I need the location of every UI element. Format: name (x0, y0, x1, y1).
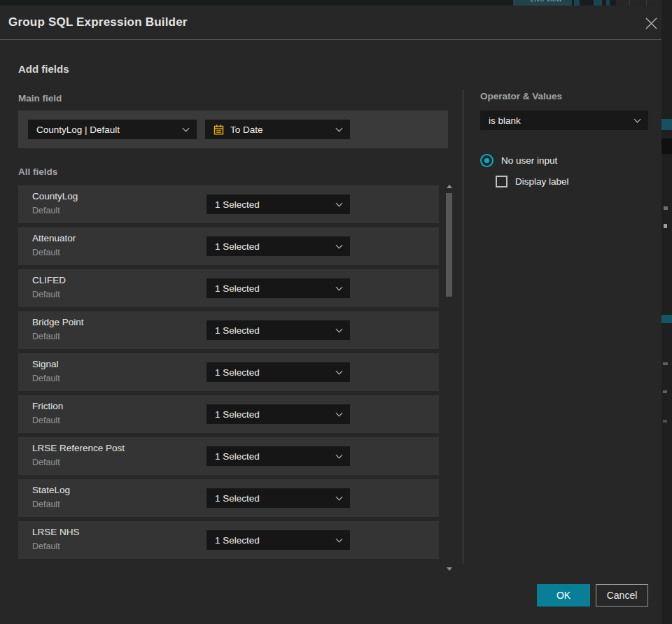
group-sql-expression-builder-dialog: Group SQL Expression Builder Add fields … (0, 6, 662, 624)
background-fragment (664, 206, 668, 210)
field-row-selected-dropdown[interactable]: 1 Selected (206, 362, 350, 382)
field-row-name: Friction (32, 401, 63, 411)
all-fields-label: All fields (18, 166, 57, 177)
background-fragment (663, 390, 667, 393)
scroll-down-arrow-icon[interactable] (447, 567, 452, 571)
cancel-button[interactable]: Cancel (596, 584, 648, 607)
field-row-name: Bridge Point (32, 317, 84, 327)
chevron-down-icon (336, 125, 343, 132)
field-row-selected-value: 1 Selected (215, 493, 260, 504)
chevron-down-icon (336, 325, 343, 332)
background-fragment (662, 315, 672, 323)
chevron-down-icon (336, 241, 343, 248)
display-label-checkbox[interactable]: Display label (496, 176, 569, 187)
chevron-down-icon (183, 125, 190, 132)
no-user-input-radio[interactable]: No user input (480, 154, 557, 167)
background-app-top-strip: Live view (0, 0, 672, 6)
dialog-title: Group SQL Expression Builder (8, 6, 188, 39)
ok-button[interactable]: OK (537, 584, 590, 607)
field-row-name: Attenuator (32, 233, 76, 243)
main-field-label: Main field (18, 93, 62, 104)
background-fragment (663, 420, 667, 423)
field-row-selected-dropdown[interactable]: 1 Selected (206, 320, 350, 340)
field-row-selected-value: 1 Selected (215, 283, 260, 294)
field-row: StateLog Default 1 Selected (18, 479, 439, 517)
field-row-name: CountyLog (32, 191, 78, 201)
field-row-selected-value: 1 Selected (215, 367, 260, 378)
field-row-selected-dropdown[interactable]: 1 Selected (206, 446, 350, 466)
close-button[interactable] (643, 15, 659, 31)
field-row: LRSE NHS Default 1 Selected (18, 521, 439, 559)
chevron-down-icon (336, 199, 343, 206)
background-fragment (646, 0, 647, 6)
chevron-down-icon (336, 367, 343, 374)
dialog-header: Group SQL Expression Builder (0, 6, 662, 40)
background-fragment (662, 139, 672, 154)
field-row-selected-dropdown[interactable]: 1 Selected (206, 278, 350, 298)
no-user-input-label: No user input (501, 155, 557, 166)
chevron-down-icon (336, 283, 343, 290)
panel-divider (463, 90, 463, 564)
list-scrollbar[interactable] (445, 183, 454, 571)
field-row-selected-dropdown[interactable]: 1 Selected (206, 530, 350, 550)
background-fragment (616, 0, 662, 6)
background-fragment (662, 119, 672, 130)
field-row-name: StateLog (32, 485, 70, 495)
field-row-selected-value: 1 Selected (215, 451, 260, 462)
checkbox-unchecked-icon (496, 176, 507, 187)
field-row-sublabel: Default (32, 290, 60, 299)
field-row-sublabel: Default (32, 458, 60, 467)
calendar-icon (214, 125, 224, 135)
field-row-selected-dropdown[interactable]: 1 Selected (206, 488, 350, 508)
chevron-down-icon (336, 409, 343, 416)
field-row-selected-dropdown[interactable]: 1 Selected (206, 194, 350, 214)
field-row-selected-value: 1 Selected (215, 199, 260, 210)
field-row-sublabel: Default (32, 499, 60, 509)
chevron-down-icon (336, 451, 343, 458)
all-fields-list: CountyLog Default 1 Selected Attenuator … (18, 185, 439, 563)
field-row: CLIFED Default 1 Selected (18, 269, 439, 307)
field-row-sublabel: Default (32, 206, 60, 215)
main-field-dropdown-value: CountyLog | Default (36, 125, 120, 135)
add-fields-heading: Add fields (18, 63, 69, 75)
field-row-selected-value: 1 Selected (215, 325, 260, 336)
field-row-name: LRSE NHS (32, 527, 80, 537)
background-fragment (629, 0, 630, 6)
chevron-down-icon (336, 535, 343, 542)
field-type-dropdown-value: To Date (230, 125, 263, 135)
main-field-dropdown[interactable]: CountyLog | Default (28, 120, 197, 139)
field-type-dropdown[interactable]: To Date (205, 120, 350, 139)
field-row-name: Signal (32, 359, 59, 369)
field-row: LRSE Reference Post Default 1 Selected (18, 437, 439, 475)
chevron-down-icon (634, 115, 641, 122)
field-row-selected-value: 1 Selected (215, 535, 260, 546)
operator-values-label: Operator & Values (480, 91, 562, 101)
chevron-down-icon (336, 493, 343, 500)
background-fragment (594, 0, 602, 6)
field-row-sublabel: Default (32, 541, 60, 551)
background-fragment (574, 0, 580, 6)
close-icon (645, 17, 657, 29)
field-row: Signal Default 1 Selected (18, 353, 439, 391)
field-row-name: LRSE Reference Post (32, 443, 125, 453)
field-row: Attenuator Default 1 Selected (18, 227, 439, 265)
field-row-selected-value: 1 Selected (215, 409, 260, 420)
field-row-sublabel: Default (32, 332, 60, 341)
field-row: Bridge Point Default 1 Selected (18, 311, 439, 349)
live-view-chip: Live view (513, 0, 572, 6)
live-view-label: Live view (530, 0, 561, 3)
operator-dropdown[interactable]: is blank (480, 111, 648, 130)
main-field-container: CountyLog | Default To Date (18, 111, 448, 148)
background-fragment (663, 362, 668, 365)
field-row-sublabel: Default (32, 374, 60, 383)
field-row-selected-dropdown[interactable]: 1 Selected (206, 236, 350, 256)
display-label-label: Display label (515, 176, 569, 187)
field-row-sublabel: Default (32, 416, 60, 425)
scrollbar-thumb[interactable] (446, 193, 452, 297)
operator-dropdown-value: is blank (489, 115, 521, 126)
scroll-up-arrow-icon[interactable] (447, 185, 452, 188)
field-row: Friction Default 1 Selected (18, 395, 439, 433)
field-row-selected-dropdown[interactable]: 1 Selected (206, 404, 350, 424)
field-row-sublabel: Default (32, 248, 60, 257)
field-row-selected-value: 1 Selected (215, 241, 260, 252)
